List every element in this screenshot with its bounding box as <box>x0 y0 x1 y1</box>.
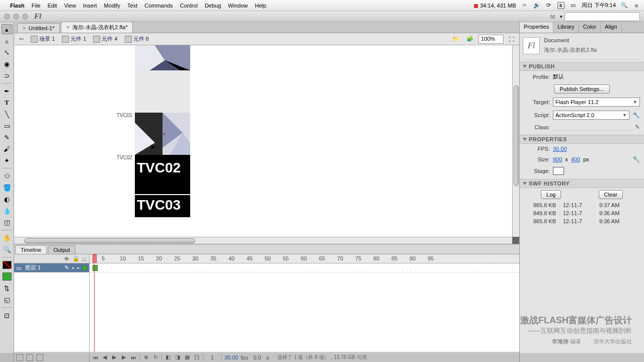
tvc01-label: TVC01 <box>107 113 132 118</box>
tvc03-text[interactable]: TVC03 <box>135 195 190 217</box>
height-field[interactable]: 400 <box>571 156 580 162</box>
spotlight-icon[interactable]: 🔍 <box>621 2 628 9</box>
menu-commands[interactable]: Commands <box>144 3 173 9</box>
tvc02-text[interactable]: TVC02 <box>135 155 190 181</box>
bucket-tool-icon[interactable]: 🪣 <box>2 183 13 193</box>
menu-control[interactable]: Control <box>180 3 197 9</box>
frame-row[interactable] <box>90 263 519 273</box>
wifi-icon[interactable]: ⌔ <box>521 2 528 9</box>
zoom-input[interactable]: 100% <box>478 35 504 44</box>
symbol1-crumb[interactable]: 元件 1 <box>60 35 88 43</box>
stroke-swatch[interactable] <box>2 260 13 270</box>
3d-rotate-tool-icon[interactable]: ◉ <box>2 59 13 69</box>
v-scrollbar[interactable] <box>512 45 519 237</box>
tab-properties[interactable]: Properties <box>520 22 553 33</box>
swf-history-section[interactable]: SWF HISTORY <box>520 179 644 188</box>
menu-file[interactable]: File <box>32 3 41 9</box>
s-icon[interactable]: S <box>557 2 565 9</box>
tab-untitled[interactable]: ×Untitled-1* <box>17 23 60 33</box>
zoom-tool-icon[interactable]: 🔍 <box>2 244 13 254</box>
tab-timeline[interactable]: Timeline <box>15 245 47 254</box>
chevron-down-icon: ▼ <box>622 113 627 118</box>
menu-help[interactable]: Help <box>255 3 266 9</box>
back-button[interactable]: ⇦ <box>17 35 26 43</box>
h-scrollbar[interactable] <box>14 237 512 244</box>
eye-icon[interactable]: 👁 <box>64 256 69 262</box>
default-colors-icon[interactable]: ◱ <box>2 295 13 305</box>
pen-tool-icon[interactable]: ✒ <box>2 86 13 96</box>
pencil-tool-icon[interactable]: ✎ <box>2 132 13 142</box>
pencil-icon[interactable]: ✎ <box>635 124 640 131</box>
lock-icon[interactable]: 🔒 <box>72 255 79 262</box>
workspace-dd-icon[interactable]: ▾ <box>560 14 562 19</box>
layer-outline-swatch[interactable] <box>82 265 87 270</box>
close-icon[interactable]: × <box>23 26 26 31</box>
edit-scene-icon[interactable]: 📁 <box>450 35 461 43</box>
outline-icon[interactable]: □ <box>83 256 86 262</box>
selection-tool-icon[interactable]: ▴ <box>2 24 13 34</box>
symbol4-crumb[interactable]: 元件 4 <box>91 35 119 43</box>
battery-icon[interactable]: ▭ <box>570 2 577 9</box>
publish-section[interactable]: PUBLISH <box>520 62 644 71</box>
text-tool-icon[interactable]: T <box>2 98 13 108</box>
gear-icon[interactable]: 🔧 <box>632 156 640 163</box>
tab-output[interactable]: Output <box>48 245 75 254</box>
playhead-marker-icon[interactable] <box>93 254 97 263</box>
publish-settings-button[interactable]: Publish Settings... <box>554 84 609 94</box>
deco-tool-icon[interactable]: ✦ <box>2 155 13 165</box>
menu-debug[interactable]: Debug <box>205 3 221 9</box>
sync-icon[interactable]: ⟳ <box>545 2 552 9</box>
ink-tool-icon[interactable]: ◐ <box>2 194 13 204</box>
workspace-label[interactable]: ht <box>550 14 555 20</box>
stage-color-swatch[interactable] <box>553 167 564 175</box>
brush-tool-icon[interactable]: 🖌 <box>2 144 13 154</box>
stage-canvas[interactable]: TVC01 + ➤ TVC02 TV <box>14 45 512 237</box>
volume-icon[interactable]: 🔊 <box>533 2 540 9</box>
tab-haier[interactable]: ×海尔-水晶-洗衣机2.fla* <box>61 22 133 33</box>
gear-icon[interactable]: 🔧 <box>632 112 640 119</box>
subselection-tool-icon[interactable]: ▵ <box>2 36 13 46</box>
lasso-tool-icon[interactable]: ⊃ <box>2 70 13 80</box>
traffic-lights[interactable] <box>4 14 28 20</box>
script-select[interactable]: ActionScript 2.0▼ <box>553 111 629 120</box>
swap-colors-icon[interactable]: ⇅ <box>2 283 13 293</box>
width-field[interactable]: 800 <box>553 156 562 162</box>
menu-modify[interactable]: Modify <box>104 3 120 9</box>
scene-crumb[interactable]: 场景 1 <box>29 35 57 43</box>
clear-button[interactable]: Clear <box>599 190 623 199</box>
rect-tool-icon[interactable]: ▭ <box>2 121 13 131</box>
snap-icon[interactable]: ⊡ <box>2 310 13 320</box>
target-select[interactable]: Flash Player 11.2▼ <box>553 98 640 107</box>
notif-icon[interactable]: ≡ <box>633 2 640 9</box>
help-search-input[interactable] <box>565 12 640 21</box>
clock[interactable]: 周日 下午9:14 <box>582 2 616 9</box>
zoom-fit-icon[interactable]: ⛶ <box>507 36 516 43</box>
hand-tool-icon[interactable]: ✋ <box>2 233 13 243</box>
symbol8-crumb[interactable]: 元件 8 <box>123 35 151 43</box>
menu-insert[interactable]: Insert <box>83 3 97 9</box>
transform-tool-icon[interactable]: ⤡ <box>2 47 13 57</box>
tab-color[interactable]: Color <box>579 22 601 33</box>
fps-field[interactable]: 30.00 <box>553 146 567 152</box>
menu-text[interactable]: Text <box>127 3 137 9</box>
layer-row[interactable]: ▭ 图层 1 ✎ •• <box>14 263 89 273</box>
menu-edit[interactable]: Edit <box>47 3 57 9</box>
menu-view[interactable]: View <box>64 3 76 9</box>
eraser-tool-icon[interactable]: ◫ <box>2 217 13 227</box>
fill-swatch[interactable] <box>2 272 13 282</box>
close-icon[interactable]: × <box>66 25 69 30</box>
keyframe-icon[interactable] <box>93 265 98 271</box>
properties-section[interactable]: PROPERTIES <box>520 135 644 144</box>
edit-symbol-icon[interactable]: 🧩 <box>464 35 475 43</box>
log-button[interactable]: Log <box>541 190 561 199</box>
app-name[interactable]: Flash <box>10 3 25 9</box>
line-tool-icon[interactable]: ╲ <box>2 109 13 119</box>
frame-ruler[interactable]: 5101520253035404550556065707580859095 <box>90 254 519 263</box>
bone-tool-icon[interactable]: ⦵ <box>2 171 13 181</box>
tab-library[interactable]: Library <box>553 22 579 33</box>
tab-align[interactable]: Align <box>601 22 621 33</box>
frames-area[interactable] <box>90 263 519 352</box>
menu-window[interactable]: Window <box>228 3 248 9</box>
class-field[interactable] <box>553 124 632 131</box>
eyedropper-tool-icon[interactable]: 💧 <box>2 206 13 216</box>
